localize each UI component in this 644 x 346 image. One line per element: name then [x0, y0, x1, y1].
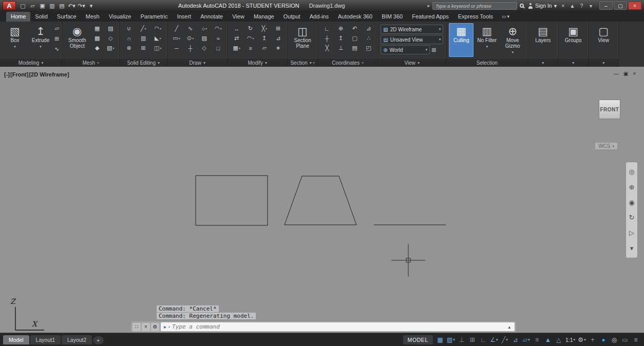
viewport-visual-style-control[interactable]: [2D Wireframe] [29, 71, 69, 78]
intersect-icon[interactable]: ⊗ [122, 44, 136, 52]
grid-icon[interactable]: ▦ [435, 335, 445, 345]
interfere-icon[interactable]: ⊞ [137, 44, 150, 52]
offset-icon[interactable]: ≡ [244, 44, 257, 52]
command-input[interactable] [172, 323, 506, 330]
tab-visualize[interactable]: Visualize [104, 12, 136, 22]
object-snap-icon[interactable]: ▱▾ [521, 335, 532, 345]
mesh-edit-icon[interactable]: ▧▾ [104, 44, 117, 52]
tab-solid[interactable]: Solid [30, 12, 52, 22]
layout2-tab[interactable]: Layout2 [62, 335, 92, 344]
modify-panel-label[interactable]: Modify ▾ [228, 59, 287, 67]
viewport-view-control[interactable]: [Front] [10, 71, 28, 78]
stretch-icon[interactable]: ↥ [258, 34, 271, 43]
minimize-button[interactable]: – [599, 2, 613, 10]
section-plane-button[interactable]: ◫Section Plane [290, 23, 315, 57]
command-close-icon[interactable]: × [142, 323, 150, 331]
point-icon[interactable]: ┼ [184, 44, 197, 52]
smooth-object-button[interactable]: ◉Smooth Object [65, 23, 89, 57]
customize-icon[interactable]: ≡ [631, 335, 641, 345]
region-icon[interactable]: □ [212, 44, 224, 52]
selection-panel-label[interactable]: Selection [446, 59, 527, 67]
save-icon[interactable]: ▣ [38, 3, 47, 9]
groups-panel-label[interactable]: ▾ [558, 59, 588, 67]
zoom-icon[interactable]: ◉ [629, 199, 634, 206]
presspull-icon[interactable]: ⊞ [54, 34, 59, 43]
command-grip-icon[interactable]: ∷ [132, 323, 141, 331]
close-button[interactable]: × [628, 2, 641, 10]
named-view-dropdown[interactable]: ▤ Unsaved View ▾ [381, 35, 443, 44]
hatch-icon[interactable]: ▨ [198, 34, 211, 43]
qat-customize-icon[interactable]: ▾ [87, 3, 96, 9]
ortho-mode-icon[interactable]: ∟ [478, 335, 488, 345]
groups-button[interactable]: ▣Groups [561, 23, 585, 57]
tab-home[interactable]: Home [6, 12, 30, 22]
tab-surface[interactable]: Surface [52, 12, 81, 22]
undo-icon[interactable]: ↶▾ [67, 3, 76, 9]
tab-insert[interactable]: Insert [173, 12, 196, 22]
move-icon[interactable]: ↔ [230, 24, 243, 33]
new-file-icon[interactable]: ▢ [18, 3, 27, 9]
ucs-selector-dropdown[interactable]: ⊕ World ▾ [381, 45, 430, 54]
search-icon[interactable] [520, 4, 524, 8]
ribbon-minimize-control[interactable]: ▭ ▾ [502, 14, 509, 19]
section-panel-label[interactable]: Section ▾ ▿ [288, 59, 317, 67]
tab-bim-360[interactable]: BIM 360 [377, 12, 407, 22]
ucs-object-icon[interactable]: ⊿ [362, 24, 375, 33]
maximize-button[interactable]: ▢ [614, 2, 627, 10]
extrude-button[interactable]: ↥Extrude▾ [28, 23, 53, 57]
fillet-edge-icon[interactable]: ◠▾ [151, 24, 164, 33]
ucs-world-icon[interactable]: ⊕ [334, 24, 347, 33]
view-tools-panel-label[interactable]: ▾ [589, 59, 618, 67]
polar-tracking-icon[interactable]: ∠▾ [489, 335, 499, 345]
explode-icon[interactable]: ∗ [272, 44, 285, 52]
rotate-icon[interactable]: ↻ [244, 24, 257, 33]
fillet-icon[interactable]: ◠▾ [244, 34, 257, 43]
help-dropdown-icon[interactable]: ▾ [587, 3, 595, 9]
add-crease-icon[interactable]: ◇ [104, 34, 117, 43]
isolate-objects-icon[interactable]: ◎ [609, 335, 619, 345]
scale-icon[interactable]: ⊿ [272, 34, 285, 43]
ucs-named-icon[interactable]: ▤ [348, 44, 361, 52]
circle-icon[interactable]: ○▾ [198, 24, 211, 33]
gizmo-dropdown-button[interactable]: ⊕Move Gizmo▾ [500, 23, 525, 57]
tab-express-tools[interactable]: Express Tools [453, 12, 498, 22]
tab-add-ins[interactable]: Add-ins [305, 12, 333, 22]
mirror-icon[interactable]: ⇄ [230, 34, 243, 43]
trim-icon[interactable]: ╳▾ [258, 24, 271, 33]
viewport-menu-control[interactable]: [-] [4, 71, 10, 78]
ucs-y-icon[interactable]: ⊥ [334, 44, 347, 52]
subtract-icon[interactable]: ∩ [122, 34, 136, 43]
sign-in-button[interactable]: Sign In ▾ [528, 3, 557, 9]
redo-icon[interactable]: ↷▾ [77, 3, 86, 9]
lineweight-icon[interactable]: ≡ [532, 335, 542, 345]
slice-icon[interactable]: ╱▾ [137, 24, 150, 33]
layers-button[interactable]: ▤Layers [531, 23, 555, 57]
clean-screen-icon[interactable]: ▭ [620, 335, 630, 345]
save-as-icon[interactable]: ▥ [48, 3, 56, 9]
refine-mesh-icon[interactable]: ▩ [91, 34, 103, 43]
polygon-icon[interactable]: ◇ [198, 44, 211, 52]
doc-close-icon[interactable]: × [633, 71, 636, 76]
infer-constraints-icon[interactable]: ⊥ [457, 335, 467, 345]
isometric-drafting-icon[interactable]: ╱▾ [500, 335, 510, 345]
ucs-x-icon[interactable]: ╳ [320, 44, 333, 52]
tab-output[interactable]: Output [279, 12, 305, 22]
rectangle-icon[interactable]: ▭▾ [170, 34, 183, 43]
remove-crease-icon[interactable]: ◆ [91, 44, 103, 52]
drawing-area[interactable]: ZX [-] [Front] [2D Wireframe] — ▣ × FRON… [0, 67, 644, 333]
tab-view[interactable]: View [228, 12, 249, 22]
app-menu-button[interactable]: A [3, 1, 16, 10]
construction-line-icon[interactable]: ─ [170, 44, 183, 52]
annotation-visibility-icon[interactable]: ▲ [543, 335, 553, 345]
doc-minimize-icon[interactable]: — [614, 71, 619, 76]
layers-panel-label[interactable]: ▾ [528, 59, 558, 67]
recent-commands-icon[interactable]: ▴ [508, 324, 512, 330]
ellipse-icon[interactable]: ⊙▾ [184, 34, 197, 43]
model-space-indicator[interactable]: MODEL [403, 335, 433, 344]
viewcube-front-face[interactable]: FRONT [599, 100, 620, 119]
ucs-z-axis-icon[interactable]: ↥ [334, 34, 347, 43]
ucs-face-icon[interactable]: ◰ [362, 44, 375, 52]
command-customize-icon[interactable]: ⚙ [151, 323, 159, 331]
doc-restore-icon[interactable]: ▣ [623, 71, 628, 76]
culling-button[interactable]: ▦Culling [449, 23, 473, 57]
